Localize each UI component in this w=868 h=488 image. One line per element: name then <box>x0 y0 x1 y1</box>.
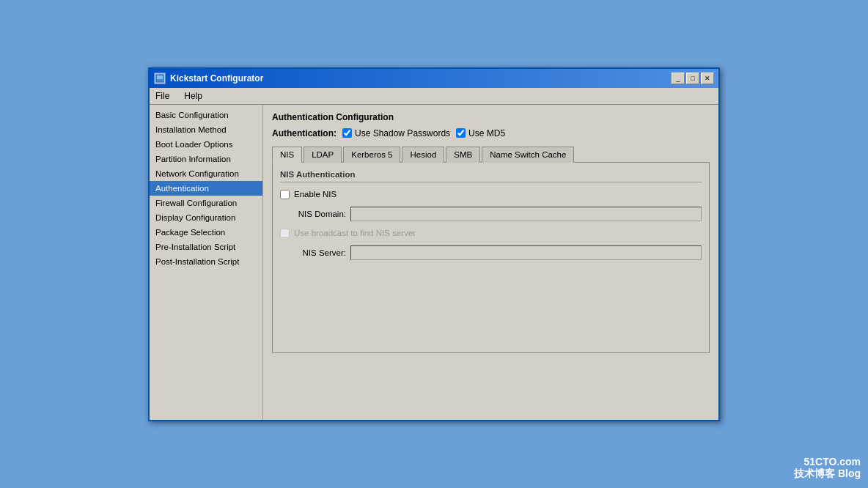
maximize-button[interactable]: □ <box>686 73 699 84</box>
titlebar: Kickstart Configurator _ □ ✕ <box>150 69 718 88</box>
use-md5-group: Use MD5 <box>456 128 505 138</box>
nis-server-input[interactable] <box>350 245 702 260</box>
use-broadcast-row: Use broadcast to find NIS server <box>280 229 702 238</box>
shadow-passwords-checkbox[interactable] <box>342 128 352 138</box>
sidebar-item-network-config[interactable]: Network Configuration <box>150 166 262 181</box>
main-window: Kickstart Configurator _ □ ✕ File Help B… <box>148 67 720 421</box>
auth-row: Authentication: Use Shadow Passwords Use… <box>272 128 710 138</box>
content-area: Authentication Configuration Authenticat… <box>263 105 718 420</box>
tab-content-nis: NIS Authentication Enable NIS NIS Domain… <box>272 163 710 353</box>
sidebar-item-installation-method[interactable]: Installation Method <box>150 122 262 137</box>
section-title: Authentication Configuration <box>272 112 710 122</box>
nis-domain-input[interactable] <box>350 207 702 221</box>
sidebar-item-authentication[interactable]: Authentication <box>150 181 262 196</box>
close-button[interactable]: ✕ <box>701 73 714 84</box>
shadow-passwords-label: Use Shadow Passwords <box>355 128 450 138</box>
main-content: Basic Configuration Installation Method … <box>150 105 718 420</box>
nis-domain-label: NIS Domain: <box>280 210 346 218</box>
use-md5-label: Use MD5 <box>468 128 505 138</box>
nis-section-title: NIS Authentication <box>280 170 702 182</box>
enable-nis-checkbox[interactable] <box>280 190 290 199</box>
use-broadcast-label: Use broadcast to find NIS server <box>294 229 416 237</box>
watermark-line1: 51CTO.com <box>794 456 861 467</box>
menu-file[interactable]: File <box>152 89 172 103</box>
use-broadcast-checkbox[interactable] <box>280 229 290 238</box>
sidebar-item-display-config[interactable]: Display Configuration <box>150 210 262 225</box>
minimize-button[interactable]: _ <box>672 73 685 84</box>
svg-rect-1 <box>157 75 163 79</box>
sidebar: Basic Configuration Installation Method … <box>150 105 263 420</box>
watermark: 51CTO.com 技术博客 Blog <box>794 456 861 481</box>
sidebar-item-basic-config[interactable]: Basic Configuration <box>150 108 262 122</box>
sidebar-item-package-selection[interactable]: Package Selection <box>150 225 262 240</box>
tab-kerberos5[interactable]: Kerberos 5 <box>343 147 400 163</box>
tab-hesiod[interactable]: Hesiod <box>402 147 444 163</box>
window-title: Kickstart Configurator <box>170 73 263 84</box>
app-icon <box>154 73 166 84</box>
sidebar-item-pre-install[interactable]: Pre-Installation Script <box>150 240 262 254</box>
tabs: NIS LDAP Kerberos 5 Hesiod SMB Name Swit… <box>272 146 710 163</box>
enable-nis-label: Enable NIS <box>294 190 336 199</box>
tab-name-switch-cache[interactable]: Name Switch Cache <box>482 147 574 163</box>
tab-ldap[interactable]: LDAP <box>304 147 342 163</box>
titlebar-left: Kickstart Configurator <box>154 73 263 84</box>
menu-help[interactable]: Help <box>181 89 205 103</box>
sidebar-item-post-install[interactable]: Post-Installation Script <box>150 254 262 269</box>
use-md5-checkbox[interactable] <box>456 128 466 138</box>
watermark-line2: 技术博客 Blog <box>794 467 861 481</box>
enable-nis-row: Enable NIS <box>280 190 702 199</box>
shadow-passwords-group: Use Shadow Passwords <box>342 128 450 138</box>
tab-smb[interactable]: SMB <box>446 147 480 163</box>
menubar: File Help <box>150 88 718 105</box>
sidebar-item-boot-loader[interactable]: Boot Loader Options <box>150 137 262 152</box>
nis-domain-row: NIS Domain: <box>280 207 702 221</box>
sidebar-item-partition-info[interactable]: Partition Information <box>150 152 262 166</box>
nis-server-label: NIS Server: <box>280 248 346 257</box>
nis-server-row: NIS Server: <box>280 245 702 260</box>
sidebar-item-firewall-config[interactable]: Firewall Configuration <box>150 196 262 210</box>
auth-label: Authentication: <box>272 128 336 138</box>
titlebar-buttons: _ □ ✕ <box>672 73 714 84</box>
tab-nis[interactable]: NIS <box>272 147 302 163</box>
